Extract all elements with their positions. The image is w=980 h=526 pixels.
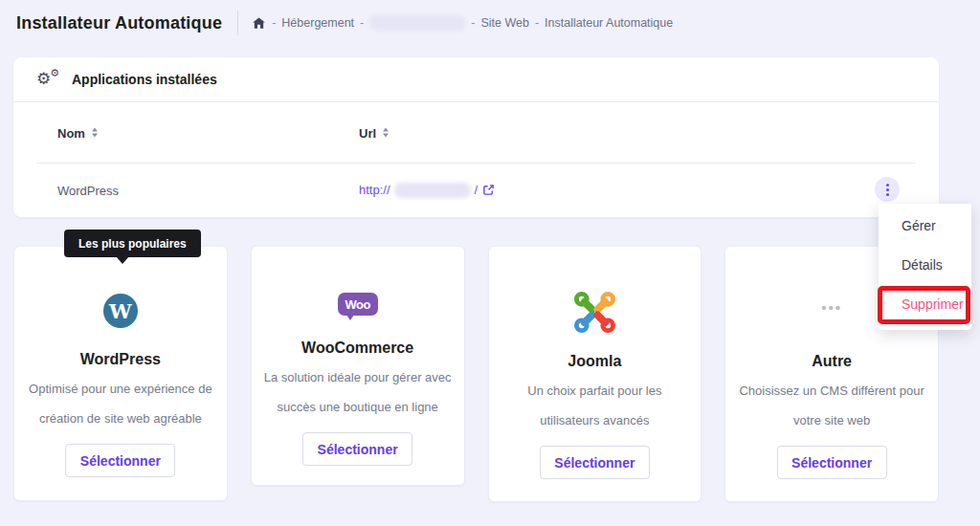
menu-item-details[interactable]: Détails <box>879 246 971 285</box>
kebab-icon <box>886 184 889 186</box>
ellipsis-icon: ••• <box>821 302 842 314</box>
woocommerce-logo-icon: Woo <box>338 293 378 316</box>
table-header-row: Nom Url <box>13 102 939 163</box>
column-header-url[interactable]: Url <box>359 125 389 140</box>
app-url-link[interactable]: http:// / <box>359 183 495 198</box>
breadcrumb-item-current: Installateur Automatique <box>545 16 673 30</box>
joomla-logo-icon <box>572 290 617 335</box>
select-other-button[interactable]: Sélectionner <box>777 446 887 479</box>
menu-item-gerer[interactable]: Gérer <box>879 207 971 246</box>
panel-header: ⚙ ⚙ Applications installées <box>13 57 939 102</box>
column-header-name[interactable]: Nom <box>57 125 98 140</box>
card-wordpress: W WordPress Optimisé pour une expérience… <box>13 246 228 501</box>
breadcrumb-item-redacted-domain <box>369 15 465 31</box>
card-description: Un choix parfait pour les utilisateurs a… <box>497 376 692 435</box>
select-woocommerce-button[interactable]: Sélectionner <box>302 432 412 466</box>
card-title: Joomla <box>568 352 621 371</box>
breadcrumb-separator: - <box>272 16 276 30</box>
cms-cards-row: W WordPress Optimisé pour une expérience… <box>13 246 939 502</box>
panel-title: Applications installées <box>72 72 217 87</box>
external-link-icon[interactable] <box>482 184 495 196</box>
page: Installateur Automatique - Hébergement -… <box>0 0 980 526</box>
card-description: La solution idéale pour gérer avec succè… <box>260 362 456 422</box>
select-wordpress-button[interactable]: Sélectionner <box>65 444 175 477</box>
card-title: WordPress <box>80 350 161 369</box>
table-row: WordPress http:// / <box>13 164 939 216</box>
card-description: Optimisé pour une expérience de création… <box>23 374 218 433</box>
card-title: WooCommerce <box>301 339 413 358</box>
row-actions-menu: Gérer Détails Supprimer <box>879 204 971 330</box>
top-header: Installateur Automatique - Hébergement -… <box>0 0 980 46</box>
wordpress-logo-icon: W <box>103 294 138 328</box>
most-popular-badge: Les plus populaires <box>64 230 201 257</box>
card-woocommerce: Woo WooCommerce La solution idéale pour … <box>251 246 465 486</box>
menu-item-supprimer[interactable]: Supprimer <box>879 285 971 324</box>
home-icon[interactable] <box>252 16 266 31</box>
sort-icon[interactable] <box>92 128 98 138</box>
page-title: Installateur Automatique <box>16 13 222 33</box>
header-divider <box>237 11 238 35</box>
card-description: Choisissez un CMS différent pour votre s… <box>734 376 929 435</box>
breadcrumb-item-site-web[interactable]: Site Web <box>480 16 529 30</box>
row-actions-kebab-button[interactable] <box>875 177 900 202</box>
card-title: Autre <box>812 352 852 371</box>
breadcrumb-separator: - <box>535 16 539 30</box>
select-joomla-button[interactable]: Sélectionner <box>540 446 650 479</box>
breadcrumb: - Hébergement - - Site Web - Installateu… <box>252 15 673 31</box>
breadcrumb-item-hosting[interactable]: Hébergement <box>281 16 354 30</box>
breadcrumb-separator: - <box>360 16 364 30</box>
app-name-cell: WordPress <box>57 183 119 197</box>
breadcrumb-separator: - <box>471 16 475 30</box>
sort-icon[interactable] <box>383 128 389 138</box>
installed-apps-panel: ⚙ ⚙ Applications installées Nom Url Word… <box>13 57 939 217</box>
card-joomla: Joomla Un choix parfait pour les utilisa… <box>488 246 702 502</box>
gears-icon: ⚙ ⚙ <box>36 69 59 90</box>
url-redacted-domain <box>394 183 471 198</box>
